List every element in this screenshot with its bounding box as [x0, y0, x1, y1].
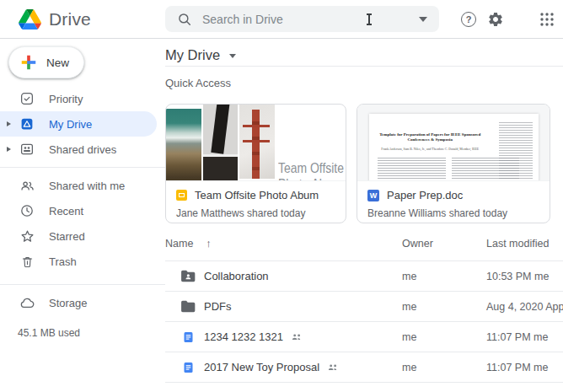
file-name: 2017 New Toy Proposal: [204, 361, 319, 373]
table-row-1234-1232-1321[interactable]: 1234 1232 1321 me 11:07 PM me: [165, 322, 563, 352]
file-modified: Aug 4, 2020 Apps Se: [486, 301, 563, 313]
location-title[interactable]: My Drive: [165, 47, 220, 63]
chevron-down-icon[interactable]: [229, 54, 236, 58]
sidebar-divider: [0, 167, 165, 168]
slides-file-icon: [176, 190, 187, 201]
file-owner: me: [402, 271, 486, 282]
sidebar-item-trash[interactable]: Trash: [0, 249, 165, 274]
sidebar: New Priority: [0, 39, 165, 392]
storage-used-text: 45.1 MB used: [18, 327, 165, 339]
shared-people-icon: [327, 363, 339, 372]
card-title: Team Offsite Photo Abum: [195, 189, 319, 201]
new-button-label: New: [46, 56, 69, 69]
thumbnail-title-text: Team Offsite Photo Abum: [278, 160, 344, 181]
sidebar-item-label: Trash: [49, 255, 77, 268]
search-input[interactable]: [202, 13, 412, 26]
table-row-2017-new-toy-proposal[interactable]: 2017 New Toy Proposal me 11:07 PM me: [165, 352, 563, 383]
help-icon[interactable]: ?: [461, 12, 476, 27]
sidebar-item-storage[interactable]: Storage: [0, 290, 165, 315]
card-subtitle: Jane Matthews shared today: [176, 207, 335, 219]
card-title: Paper Prep.doc: [387, 189, 463, 201]
new-button[interactable]: New: [8, 46, 84, 78]
star-icon: [19, 228, 35, 244]
file-modified: 11:07 PM me: [486, 331, 563, 343]
settings-gear-icon[interactable]: [487, 11, 504, 28]
cloud-icon: [19, 295, 35, 311]
clock-icon: [19, 203, 35, 218]
ocean-photo: [166, 109, 201, 181]
quick-access-card-paper-prep[interactable]: Template for Preparation of Papers for I…: [357, 104, 550, 223]
file-name: PDFs: [204, 300, 232, 313]
sidebar-item-label: Starred: [49, 230, 85, 243]
file-table-header: Name ↑ Owner Last modified: [165, 223, 563, 261]
sidebar-item-label: My Drive: [49, 118, 92, 131]
sidebar-item-label: Shared with me: [49, 180, 125, 192]
document-side-column: [499, 122, 533, 181]
topbar-actions: ?: [461, 0, 555, 38]
file-owner: me: [402, 301, 486, 313]
search-options-caret-icon[interactable]: [419, 17, 427, 22]
column-header-name[interactable]: Name: [165, 238, 193, 250]
sidebar-item-shared-drives[interactable]: Shared drives: [0, 137, 165, 162]
file-name: Collaboration: [204, 270, 269, 282]
sidebar-item-label: Recent: [49, 205, 83, 217]
sidebar-divider: [0, 284, 165, 285]
search-bar[interactable]: [165, 6, 439, 32]
file-name: 1234 1232 1321: [204, 330, 283, 343]
folder-icon: [180, 299, 196, 314]
shared-with-me-icon: [19, 178, 35, 194]
column-header-modified[interactable]: Last modified: [486, 238, 563, 250]
quick-access-card-team-offsite[interactable]: Team Offsite Photo Abum Team Offsite Pho…: [165, 104, 346, 223]
table-row-collaboration[interactable]: Collaboration me 10:53 PM me: [165, 261, 563, 292]
file-owner: me: [402, 362, 486, 373]
card-subtitle: Breanne Williams shared today: [367, 207, 539, 219]
app-title: Drive: [49, 9, 91, 30]
sidebar-item-recent[interactable]: Recent: [0, 198, 165, 223]
quick-access-cards: Team Offsite Photo Abum Team Offsite Pho…: [165, 104, 563, 223]
my-drive-icon: [19, 116, 35, 132]
card-thumbnail: Team Offsite Photo Abum: [166, 105, 346, 181]
sidebar-item-label: Priority: [49, 93, 83, 105]
document-page-preview: Template for Preparation of Papers for I…: [369, 114, 539, 181]
shared-drives-icon: [19, 142, 35, 157]
main-content: My Drive Quick Access Team Offsite Photo…: [165, 39, 563, 392]
file-modified: 11:07 PM me: [486, 362, 563, 373]
card-thumbnail: Template for Preparation of Papers for I…: [357, 105, 550, 181]
google-docs-icon: [180, 330, 196, 344]
text-cursor-icon: [368, 13, 370, 25]
sidebar-item-priority[interactable]: Priority: [0, 86, 165, 111]
google-docs-icon: [180, 361, 196, 374]
sidebar-item-my-drive[interactable]: My Drive: [0, 111, 157, 137]
shared-folder-icon: [180, 269, 196, 283]
expand-caret-icon[interactable]: [7, 147, 11, 152]
priority-check-icon: [19, 91, 35, 106]
sidebar-item-shared-with-me[interactable]: Shared with me: [0, 173, 165, 198]
hiker-photo: [203, 105, 238, 181]
sidebar-item-starred[interactable]: Starred: [0, 223, 165, 249]
drive-triangle-icon: [19, 9, 41, 30]
bridge-photo: [239, 105, 275, 179]
expand-caret-icon[interactable]: [7, 121, 11, 126]
trash-icon: [19, 255, 35, 269]
search-icon: [177, 12, 192, 27]
shared-people-icon: [291, 333, 303, 341]
apps-grid-icon[interactable]: [539, 12, 555, 27]
word-file-icon: W: [367, 190, 379, 201]
storage-label: Storage: [49, 297, 88, 309]
quick-access-heading: Quick Access: [165, 77, 563, 89]
file-modified: 10:53 PM me: [486, 271, 563, 282]
location-bar: My Drive: [165, 39, 563, 67]
plus-icon: [19, 53, 38, 72]
document-preview-authors: Frank Anderson, Sam B. Niles, Jr., and T…: [378, 148, 482, 151]
file-owner: me: [402, 331, 486, 343]
table-row-pdfs[interactable]: PDFs me Aug 4, 2020 Apps Se: [165, 292, 563, 322]
sidebar-item-label: Shared drives: [49, 143, 116, 156]
document-preview-title: Template for Preparation of Papers for I…: [378, 132, 482, 142]
drive-logo[interactable]: Drive: [0, 9, 165, 30]
app-header: Drive ?: [0, 0, 563, 39]
column-header-owner[interactable]: Owner: [402, 238, 486, 250]
sort-ascending-icon[interactable]: ↑: [206, 237, 212, 250]
